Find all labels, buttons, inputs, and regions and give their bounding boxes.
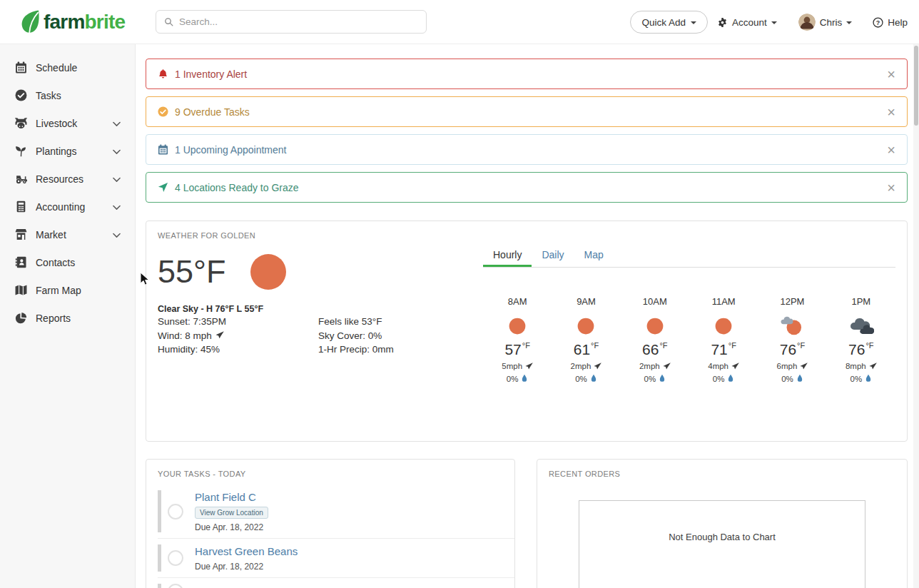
forecast-10am: 10AM 66°F 2mph 0% (621, 296, 689, 383)
weather-card-title: WEATHER FOR GOLDEN (158, 231, 895, 240)
cow-icon (15, 117, 27, 129)
wind-value: Wind: 8 mph (158, 329, 318, 343)
sidebar-item-reports[interactable]: Reports (0, 304, 135, 332)
forecast-temp: 66°F (621, 341, 689, 358)
sun-icon (711, 316, 736, 336)
task-checkbox[interactable] (168, 584, 183, 588)
current-temp: 55°F (158, 254, 226, 290)
task-link[interactable]: Harvest Green Beans (195, 544, 503, 558)
alert-4-locations-ready-to-graze: 4 Locations Ready to Graze (146, 172, 908, 203)
task-interview-with-brian: Interview with Brian (158, 578, 514, 588)
alert-text: 1 Inventory Alert (175, 69, 247, 80)
forecast-precip: 0% (621, 374, 689, 383)
alert-link[interactable]: 1 Inventory Alert (158, 69, 247, 80)
close-icon[interactable] (887, 105, 895, 119)
farmbrite-logo[interactable]: farmbrite (19, 9, 125, 35)
gear-icon (717, 17, 728, 28)
search-input[interactable] (179, 16, 418, 27)
task-plant-field-c: Plant Field C View Grow Location Due Apr… (158, 485, 514, 539)
close-icon[interactable] (887, 181, 895, 195)
task-link[interactable]: Interview with Brian (195, 585, 503, 588)
weather-card: WEATHER FOR GOLDEN 55°F Clear Sky - H 76… (146, 220, 908, 442)
location-arrow-icon (158, 182, 168, 193)
alert-link[interactable]: 9 Overdue Tasks (158, 106, 250, 118)
sidebar-item-plantings[interactable]: Plantings (0, 137, 135, 165)
close-icon[interactable] (887, 143, 895, 157)
task-checkbox[interactable] (168, 550, 183, 566)
forecast-time: 10AM (621, 296, 689, 307)
sun-cloud-icon (779, 316, 805, 336)
bell-icon (158, 69, 168, 79)
close-icon[interactable] (887, 67, 895, 81)
sun-icon (573, 316, 599, 336)
calendar-icon (158, 144, 168, 155)
forecast-8am: 8AM 57°F 5mph 0% (483, 296, 552, 383)
forecast-panel: Hourly Daily Map 8AM 57°F 5 (474, 244, 895, 383)
help-menu[interactable]: Help (873, 17, 908, 28)
topbar-actions: Quick Add Account Chris Help (630, 0, 908, 44)
forecast-wind: 8mph (827, 362, 895, 370)
forecast-temp: 71°F (689, 341, 758, 358)
orders-card-title: RECENT ORDERS (537, 460, 907, 485)
sidebar-item-label: Accounting (36, 201, 85, 213)
forecast-precip: 0% (758, 374, 826, 383)
forecast-wind: 2mph (552, 362, 620, 370)
wind-direction-icon (215, 331, 224, 340)
sidebar-item-label: Tasks (36, 90, 61, 101)
alert-link[interactable]: 1 Upcoming Appointment (158, 144, 286, 156)
forecast-time: 12PM (758, 296, 826, 307)
forecast-temp: 61°F (552, 341, 620, 358)
forecast-precip: 0% (483, 374, 552, 383)
account-menu[interactable]: Account (717, 17, 777, 28)
current-conditions: 55°F Clear Sky - H 76°F L 55°F Sunset: 7… (158, 244, 474, 383)
sidebar-item-label: Farm Map (36, 285, 81, 296)
scrollbar[interactable] (913, 44, 919, 588)
alert-text: 4 Locations Ready to Graze (175, 182, 299, 193)
forecast-time: 8AM (483, 296, 552, 307)
chevron-down-icon (113, 118, 121, 129)
humidity-value: Humidity: 45% (158, 343, 318, 357)
search-icon (164, 17, 173, 26)
weather-tab-daily[interactable]: Daily (532, 244, 574, 267)
sidebar-item-tasks[interactable]: Tasks (0, 81, 135, 109)
alert-link[interactable]: 4 Locations Ready to Graze (158, 182, 299, 193)
alert-1-inventory-alert: 1 Inventory Alert (146, 59, 908, 89)
tasks-card-title: YOUR TASKS - TODAY (146, 460, 514, 485)
forecast-12pm: 12PM 76°F 6mph 0% (758, 296, 826, 383)
sidebar-item-schedule[interactable]: Schedule (0, 54, 135, 81)
sidebar-item-accounting[interactable]: Accounting (0, 193, 135, 220)
sidebar-item-contacts[interactable]: Contacts (0, 248, 135, 276)
wind-direction-icon (525, 363, 533, 370)
weather-tab-hourly[interactable]: Hourly (483, 244, 532, 267)
forecast-precip: 0% (552, 374, 620, 383)
sidebar-item-farm-map[interactable]: Farm Map (0, 276, 135, 304)
chevron-down-icon (113, 201, 121, 213)
task-link[interactable]: Plant Field C (195, 490, 503, 504)
forecast-temp: 57°F (483, 341, 552, 358)
sidebar-item-label: Livestock (36, 118, 77, 129)
search-box[interactable] (156, 10, 427, 34)
sidebar-item-livestock[interactable]: Livestock (0, 109, 135, 137)
alert-text: 9 Overdue Tasks (175, 106, 250, 118)
main-content: 1 Inventory Alert 9 Overdue Tasks 1 Upco… (136, 44, 919, 588)
sidebar-item-label: Plantings (36, 146, 77, 157)
sidebar-item-market[interactable]: Market (0, 220, 135, 248)
task-checkbox[interactable] (168, 504, 183, 519)
help-icon (873, 17, 883, 28)
weather-tab-map[interactable]: Map (574, 244, 614, 267)
quick-add-label: Quick Add (641, 17, 686, 28)
droplet-icon (727, 374, 734, 383)
task-color-bar (158, 584, 161, 588)
sidebar-item-label: Reports (36, 313, 71, 324)
forecast-9am: 9AM 61°F 2mph 0% (552, 296, 620, 383)
check-circle-icon (158, 106, 168, 117)
quick-add-button[interactable]: Quick Add (630, 11, 708, 34)
view-grow-location-button[interactable]: View Grow Location (195, 507, 268, 519)
sidebar-item-resources[interactable]: Resources (0, 165, 135, 193)
precip-value: 1-Hr Precip: 0mm (318, 343, 394, 357)
scrollbar-thumb[interactable] (914, 46, 918, 126)
weather-summary: Clear Sky - H 76°F L 55°F (158, 304, 474, 314)
user-menu[interactable]: Chris (798, 14, 853, 31)
task-due-date: Due Apr. 18, 2022 (195, 522, 503, 532)
calculator-icon (15, 201, 27, 213)
